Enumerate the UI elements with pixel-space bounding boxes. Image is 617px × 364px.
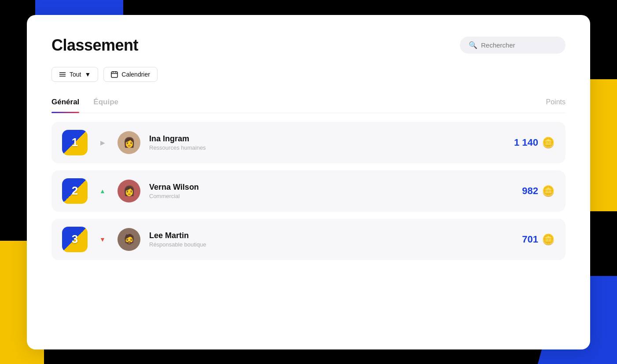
calendar-icon xyxy=(111,71,118,78)
filter-all-label: Tout xyxy=(70,71,81,78)
filter-all-button[interactable]: Tout ▼ xyxy=(51,67,98,82)
user-name-1: Ina Ingram xyxy=(149,134,505,143)
calendar-label: Calendrier xyxy=(121,71,150,78)
user-dept-2: Commercial xyxy=(149,193,513,199)
table-row: 1 ▶ 👩 Ina Ingram Ressources humaines 1 1… xyxy=(51,122,566,163)
search-box[interactable]: 🔍 xyxy=(460,37,566,54)
tab-general[interactable]: Général xyxy=(51,98,79,113)
user-info-2: Verna Wilson Commercial xyxy=(149,183,513,199)
trend-indicator-3: ▼ xyxy=(96,236,109,243)
tabs-left: Général Équipe xyxy=(51,98,118,113)
points-area-3: 701 🪙 xyxy=(522,233,555,246)
points-value-1: 1 140 xyxy=(514,137,538,148)
rank-badge-2: 2 xyxy=(62,178,88,204)
user-dept-3: Résponsable boutique xyxy=(149,241,513,248)
chevron-down-icon: ▼ xyxy=(84,71,91,78)
tabs-bar: Général Équipe Points xyxy=(51,98,566,113)
coin-icon-3: 🪙 xyxy=(542,233,555,246)
page-title: Classement xyxy=(51,36,138,55)
trend-down-icon: ▼ xyxy=(99,236,106,243)
search-icon: 🔍 xyxy=(469,41,477,49)
calendar-button[interactable]: Calendrier xyxy=(103,67,158,82)
points-area-2: 982 🪙 xyxy=(522,185,555,197)
list-icon xyxy=(59,71,66,78)
main-card: Classement 🔍 Tout ▼ Calendrier xyxy=(27,15,590,349)
tab-equipe[interactable]: Équipe xyxy=(93,98,118,113)
table-row: 3 ▼ 🧔 Lee Martin Résponsable boutique 70… xyxy=(51,219,566,260)
points-value-2: 982 xyxy=(522,185,538,197)
coin-icon-2: 🪙 xyxy=(542,185,555,197)
avatar-1: 👩 xyxy=(118,131,140,154)
points-area-1: 1 140 🪙 xyxy=(514,136,555,149)
leaderboard-list: 1 ▶ 👩 Ina Ingram Ressources humaines 1 1… xyxy=(51,122,566,260)
rank-badge-1: 1 xyxy=(62,130,88,155)
rank-badge-3: 3 xyxy=(62,227,88,252)
user-info-3: Lee Martin Résponsable boutique xyxy=(149,231,513,248)
avatar-3: 🧔 xyxy=(118,228,140,251)
table-row: 2 ▲ 👩 Verna Wilson Commercial 982 🪙 xyxy=(51,170,566,212)
user-name-3: Lee Martin xyxy=(149,231,513,240)
points-value-3: 701 xyxy=(522,234,538,245)
trend-indicator-1: ▶ xyxy=(96,139,109,146)
points-column-header: Points xyxy=(546,98,566,112)
trend-indicator-2: ▲ xyxy=(96,188,109,195)
search-input[interactable] xyxy=(481,41,557,49)
user-name-2: Verna Wilson xyxy=(149,183,513,192)
coin-icon-1: 🪙 xyxy=(542,136,555,149)
user-info-1: Ina Ingram Ressources humaines xyxy=(149,134,505,151)
user-dept-1: Ressources humaines xyxy=(149,144,505,151)
trend-up-icon: ▲ xyxy=(99,188,106,195)
filter-bar: Tout ▼ Calendrier xyxy=(51,67,566,82)
avatar-2: 👩 xyxy=(118,180,140,202)
svg-rect-3 xyxy=(111,72,118,77)
page-header: Classement 🔍 xyxy=(51,36,566,55)
trend-right-icon: ▶ xyxy=(100,139,105,146)
